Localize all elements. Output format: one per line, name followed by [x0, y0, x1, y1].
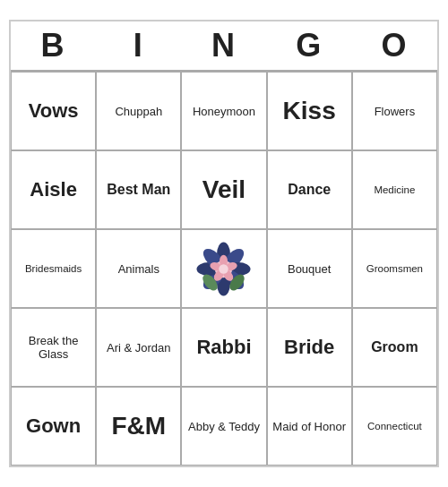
- cell-r3-c0: Break the Glass: [11, 308, 96, 387]
- cell-text: Bride: [284, 336, 334, 359]
- cell-r4-c4: Connecticut: [352, 387, 437, 466]
- cell-text: Break the Glass: [15, 334, 91, 361]
- cell-r2-c1: Animals: [96, 229, 181, 308]
- cell-r3-c2: Rabbi: [181, 308, 266, 387]
- header-letter: N: [181, 21, 266, 70]
- cell-text: Kiss: [283, 97, 336, 125]
- cell-text: Animals: [118, 262, 159, 276]
- cell-text: Bridesmaids: [25, 263, 82, 274]
- cell-r2-c4: Groomsmen: [352, 229, 437, 308]
- cell-text: Honeymoon: [193, 105, 255, 118]
- cell-r4-c1: F&M: [96, 387, 181, 466]
- bingo-header: BINGO: [11, 21, 437, 70]
- svg-point-14: [220, 264, 229, 274]
- cell-text: Abby & Teddy: [188, 420, 260, 433]
- cell-r4-c0: Gown: [11, 387, 96, 466]
- header-letter: O: [352, 21, 437, 70]
- header-letter: B: [11, 21, 96, 70]
- cell-r1-c0: Aisle: [11, 150, 96, 229]
- header-letter: G: [267, 21, 352, 70]
- cell-text: Flowers: [375, 105, 416, 118]
- cell-text: Ari & Jordan: [107, 341, 171, 355]
- cell-text: Connecticut: [367, 421, 422, 431]
- cell-r4-c3: Maid of Honor: [267, 387, 352, 466]
- cell-text: Vows: [29, 99, 79, 123]
- cell-r0-c2: Honeymoon: [181, 72, 266, 150]
- cell-r1-c2: Veil: [181, 150, 266, 229]
- cell-text: Gown: [26, 414, 81, 438]
- cell-r4-c2: Abby & Teddy: [181, 387, 266, 466]
- cell-r1-c1: Best Man: [96, 150, 181, 229]
- cell-text: Groomsmen: [366, 263, 423, 274]
- cell-text: Groom: [371, 339, 418, 355]
- cell-text: Rabbi: [196, 336, 251, 359]
- cell-text: F&M: [111, 412, 166, 440]
- cell-r0-c1: Chuppah: [96, 72, 181, 150]
- cell-text: Bouquet: [288, 262, 331, 276]
- cell-r0-c0: Vows: [11, 72, 96, 150]
- cell-text: Maid of Honor: [272, 420, 346, 433]
- cell-r0-c3: Kiss: [267, 72, 352, 150]
- cell-r2-c2: [181, 229, 266, 308]
- cell-r3-c1: Ari & Jordan: [96, 308, 181, 387]
- cell-r1-c3: Dance: [267, 150, 352, 229]
- bingo-grid: VowsChuppahHoneymoonKissFlowersAisleBest…: [11, 70, 437, 466]
- cell-r2-c0: Bridesmaids: [11, 229, 96, 308]
- cell-r1-c4: Medicine: [352, 150, 437, 229]
- cell-text: Medicine: [374, 184, 415, 195]
- cell-text: Best Man: [107, 182, 170, 198]
- cell-r3-c3: Bride: [267, 308, 352, 387]
- cell-r3-c4: Groom: [352, 308, 437, 387]
- cell-text: Veil: [202, 175, 246, 204]
- cell-r2-c3: Bouquet: [267, 229, 352, 308]
- header-letter: I: [96, 21, 181, 70]
- cell-r0-c4: Flowers: [352, 72, 437, 150]
- cell-text: Dance: [288, 182, 331, 198]
- cell-text: Chuppah: [115, 105, 162, 118]
- bingo-card: BINGO VowsChuppahHoneymoonKissFlowersAis…: [9, 20, 439, 467]
- cell-text: Aisle: [30, 178, 77, 201]
